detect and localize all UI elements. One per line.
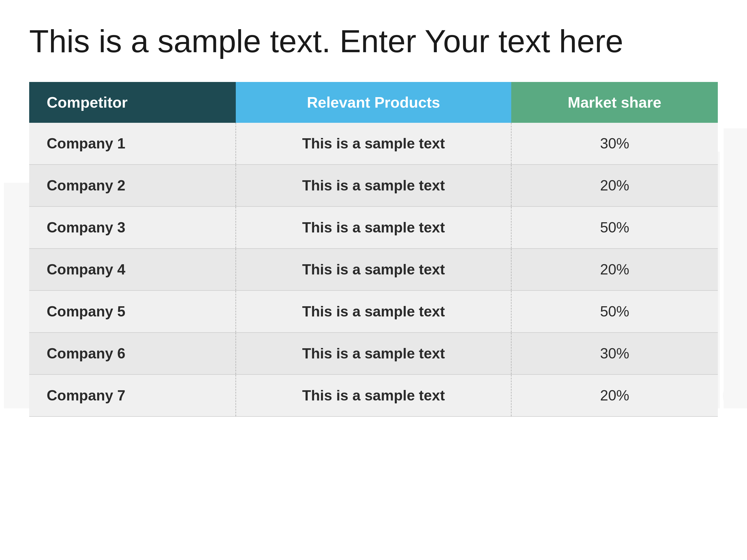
cell-products: This is a sample text <box>236 207 511 248</box>
cell-products: This is a sample text <box>236 291 511 332</box>
table-header-row: Competitor Relevant Products Market shar… <box>29 82 718 123</box>
header-market: Market share <box>511 82 718 123</box>
page-title: This is a sample text. Enter Your text h… <box>29 23 718 59</box>
cell-market: 30% <box>511 123 718 164</box>
cell-market: 50% <box>511 291 718 332</box>
cell-market: 50% <box>511 207 718 248</box>
cell-competitor: Company 2 <box>29 164 236 207</box>
cell-products: This is a sample text <box>236 123 511 164</box>
cell-products: This is a sample text <box>236 332 511 374</box>
cell-competitor: Company 4 <box>29 248 236 291</box>
cell-market: 20% <box>511 248 718 291</box>
cell-competitor: Company 1 <box>29 123 236 164</box>
table-row: Company 6This is a sample text30% <box>29 332 718 374</box>
comparison-table: Competitor Relevant Products Market shar… <box>29 82 718 417</box>
cell-competitor: Company 5 <box>29 291 236 332</box>
content-wrapper: This is a sample text. Enter Your text h… <box>0 0 747 434</box>
table-row: Company 5This is a sample text50% <box>29 291 718 332</box>
cell-competitor: Company 6 <box>29 332 236 374</box>
header-products: Relevant Products <box>236 82 511 123</box>
cell-products: This is a sample text <box>236 164 511 207</box>
table-row: Company 7This is a sample text20% <box>29 374 718 417</box>
cell-market: 20% <box>511 374 718 417</box>
header-competitor: Competitor <box>29 82 236 123</box>
cell-products: This is a sample text <box>236 248 511 291</box>
table-row: Company 3This is a sample text50% <box>29 207 718 248</box>
table-row: Company 4This is a sample text20% <box>29 248 718 291</box>
cell-market: 30% <box>511 332 718 374</box>
cell-market: 20% <box>511 164 718 207</box>
table-row: Company 2This is a sample text20% <box>29 164 718 207</box>
cell-competitor: Company 7 <box>29 374 236 417</box>
cell-competitor: Company 3 <box>29 207 236 248</box>
cell-products: This is a sample text <box>236 374 511 417</box>
table-row: Company 1This is a sample text30% <box>29 123 718 164</box>
